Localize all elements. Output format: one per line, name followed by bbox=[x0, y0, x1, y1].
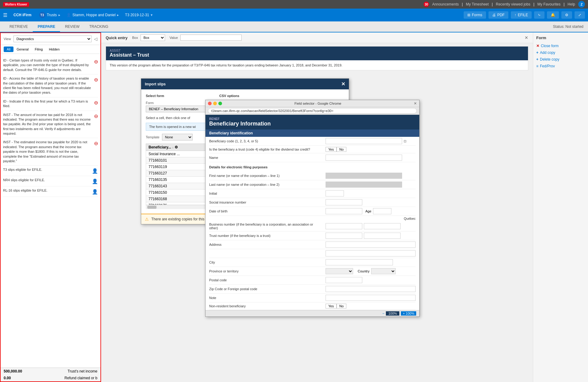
footer-row-1: 500,000.00 Trust's net income bbox=[1, 368, 100, 375]
is-trust-label: Is the beneficiary a trust (code 4) elig… bbox=[209, 148, 326, 151]
business-number-input1[interactable] bbox=[326, 223, 362, 229]
name-label: Name bbox=[209, 156, 326, 159]
expand-button[interactable]: ⤢ bbox=[575, 11, 585, 19]
user-avatar[interactable]: Z bbox=[578, 1, 585, 8]
import-modal-title: Import slips bbox=[145, 82, 166, 86]
quick-entry-bar: Quick entry Box Box Value ✕ bbox=[101, 32, 533, 43]
diag-item-6: T3 slips eligible for EFILE. 👤 bbox=[3, 166, 98, 176]
fed-prov-label: Fed/Prov bbox=[540, 64, 555, 68]
benef-row-trust-number: Trust number (if the beneficiary is a tr… bbox=[209, 231, 416, 240]
filter-tab-general[interactable]: General bbox=[13, 47, 32, 52]
dob-input[interactable] bbox=[326, 208, 362, 214]
chrome-maximize-btn[interactable] bbox=[218, 102, 222, 105]
is-trust-yes[interactable]: Yes bbox=[326, 147, 337, 152]
electronic-section-row: Details for electronic filing purposes bbox=[209, 162, 416, 171]
app-home-link[interactable]: CCH iFirm bbox=[10, 11, 35, 19]
province-select[interactable] bbox=[326, 268, 353, 274]
add-copy-label: Add copy bbox=[540, 51, 555, 55]
trust-net-income-value: 500,000.00 bbox=[4, 369, 22, 373]
favourites-link[interactable]: My Favourites bbox=[537, 2, 560, 6]
city-input[interactable] bbox=[326, 259, 393, 265]
diag-error-icon-2: ⊖ bbox=[94, 77, 98, 83]
business-number-input2[interactable] bbox=[364, 223, 401, 229]
form-select[interactable]: BENEF – Beneficiary Information bbox=[146, 106, 213, 112]
collapse-button[interactable]: ◁ bbox=[94, 36, 97, 41]
address-input1[interactable] bbox=[326, 242, 416, 248]
chrome-window-close[interactable]: ✕ bbox=[414, 101, 417, 106]
zoom-minus[interactable]: − bbox=[382, 311, 384, 316]
zip-code-input[interactable] bbox=[326, 286, 416, 292]
initial-input[interactable] bbox=[326, 190, 344, 197]
benef-row-sin: Social insurance number bbox=[209, 198, 416, 207]
benef-code-input[interactable] bbox=[326, 138, 402, 144]
diag-item-3: ID - Indicate if this is the first year … bbox=[3, 97, 98, 111]
value-field: Value bbox=[170, 35, 242, 41]
tab-prepare[interactable]: PREPARE bbox=[33, 22, 60, 32]
arrow-icon2: ▸ bbox=[117, 13, 119, 17]
timesheet-link[interactable]: My Timesheet bbox=[466, 2, 489, 6]
fed-prov-action[interactable]: ≡ Fed/Prov bbox=[536, 63, 585, 69]
zoom-plus-button[interactable]: + 100% bbox=[401, 311, 416, 316]
delete-copy-action[interactable]: + Delete copy bbox=[536, 56, 585, 63]
add-copy-action[interactable]: + Add copy bbox=[536, 49, 585, 56]
t3-nav-item[interactable]: T3 Trusts ▸ bbox=[36, 10, 63, 20]
benef-row-lastname: Last name (or name of the corporation – … bbox=[209, 180, 416, 189]
hamburger-menu[interactable]: ☰ bbox=[3, 12, 7, 18]
client-name-label: Stamm, Hoppe and Daniel bbox=[73, 13, 116, 17]
postal-code-label: Postal code bbox=[209, 278, 326, 282]
close-form-action[interactable]: ✕ Close form bbox=[536, 43, 585, 49]
efile-button[interactable]: ↑ EFILE bbox=[511, 11, 532, 19]
pdf-button[interactable]: 🖨 PDF bbox=[488, 11, 508, 19]
template-select[interactable]: None bbox=[162, 134, 193, 140]
share-button[interactable]: ⤷ bbox=[534, 11, 545, 19]
name-input[interactable] bbox=[326, 155, 402, 161]
country-select[interactable] bbox=[371, 268, 396, 274]
form-panel-title: Form bbox=[536, 36, 585, 40]
last-name-input[interactable] bbox=[326, 182, 402, 188]
quick-entry-close[interactable]: ✕ bbox=[525, 35, 528, 40]
assist-body: This version of the program allows for t… bbox=[106, 60, 528, 70]
filter-tab-hidden[interactable]: Hidden bbox=[46, 47, 63, 52]
non-resident-no[interactable]: No bbox=[337, 304, 346, 309]
age-input[interactable] bbox=[373, 208, 391, 214]
benef-code-icon[interactable]: ⊡ bbox=[404, 139, 406, 143]
chrome-close-btn[interactable] bbox=[208, 102, 212, 105]
filter-tab-all[interactable]: All bbox=[4, 47, 13, 52]
value-input[interactable] bbox=[180, 35, 242, 41]
trust-number-input2[interactable] bbox=[364, 233, 401, 239]
recently-viewed-link[interactable]: Recently viewed jobs bbox=[496, 2, 530, 6]
help-link[interactable]: Help bbox=[567, 2, 575, 6]
diag-error-icon-4: ⊖ bbox=[94, 113, 98, 119]
first-name-input[interactable] bbox=[326, 173, 402, 179]
notification-button[interactable]: 🔔 bbox=[547, 11, 559, 19]
box-select[interactable]: Box bbox=[141, 34, 165, 41]
client-nav-item[interactable]: 👤 Stamm, Hoppe and Daniel ▸ bbox=[63, 11, 122, 19]
trust-number-label: Trust number (if the beneficiary is a tr… bbox=[209, 234, 326, 238]
chrome-header: Field selector - Google Chrome ✕ bbox=[205, 100, 419, 107]
announcements-link[interactable]: Announcements bbox=[432, 2, 459, 6]
tab-review[interactable]: REVIEW bbox=[60, 22, 84, 32]
postal-code-input[interactable] bbox=[326, 277, 362, 283]
non-resident-yes[interactable]: Yes bbox=[326, 304, 337, 309]
filter-tab-filing[interactable]: Filing bbox=[32, 47, 46, 52]
is-trust-no[interactable]: No bbox=[337, 147, 346, 152]
settings-button[interactable]: ⚙ bbox=[561, 11, 572, 19]
warning-icon: ⚠ bbox=[145, 217, 149, 222]
add-copy-icon: + bbox=[536, 51, 538, 55]
chrome-minimize-btn[interactable] bbox=[213, 102, 217, 105]
tab-tracking[interactable]: TRACKING bbox=[84, 22, 113, 32]
sin-input[interactable] bbox=[326, 199, 362, 205]
address-bar[interactable]: t1team.can.ifirm-qc.com/taxcan/fieldSele… bbox=[208, 108, 417, 114]
diag-item-8: RL-16 slips eligible for EFILE. 👤 bbox=[3, 186, 98, 197]
tab-retrieve[interactable]: RETRIEVE bbox=[5, 22, 33, 32]
forms-icon: ⊞ bbox=[467, 13, 470, 17]
forms-button[interactable]: ⊞ Forms bbox=[464, 11, 486, 19]
import-modal-close[interactable]: ✕ bbox=[341, 81, 345, 87]
view-select[interactable]: Diagnostics bbox=[13, 36, 92, 42]
nav-right: ⊞ Forms 🖨 PDF ↑ EFILE ⤷ 🔔 ⚙ ⤢ bbox=[464, 11, 585, 19]
refund-label: Refund claimed or b bbox=[65, 376, 97, 380]
note-input[interactable] bbox=[326, 295, 416, 301]
return-nav-item[interactable]: T3 2019-12-31 ▾ bbox=[122, 11, 156, 19]
address-input2[interactable] bbox=[326, 250, 416, 257]
trust-number-input1[interactable] bbox=[326, 233, 362, 239]
